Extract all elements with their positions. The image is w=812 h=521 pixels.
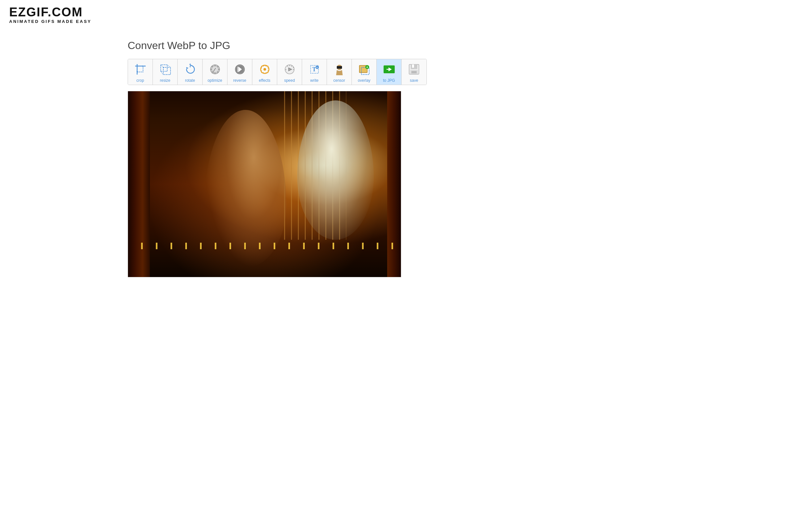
effects-label: effects — [259, 78, 270, 83]
speed-label: speed — [284, 78, 295, 83]
censor-label: censor — [333, 78, 345, 83]
tool-write[interactable]: T + write — [302, 59, 327, 85]
crop-label: crop — [136, 78, 144, 83]
tool-optimize[interactable]: optimize — [203, 59, 227, 85]
logo-sub: ANIMATED GIFS MADE EASY — [9, 19, 803, 24]
svg-marker-12 — [186, 67, 189, 69]
logo-main: EZGIF.COM — [9, 6, 803, 18]
page-title: Convert WebP to JPG — [128, 40, 799, 52]
main-content: Convert WebP to JPG crop — [128, 30, 812, 290]
tool-crop[interactable]: crop — [128, 59, 153, 85]
header: EZGIF.COM ANIMATED GIFS MADE EASY — [0, 0, 812, 30]
save-label: save — [410, 78, 418, 83]
tool-to-jpg[interactable]: to JPG — [377, 59, 401, 85]
tool-overlay[interactable]: + overlay — [352, 59, 377, 85]
svg-point-41 — [289, 69, 290, 70]
svg-rect-47 — [337, 66, 342, 69]
tool-reverse[interactable]: reverse — [227, 59, 253, 85]
tool-censor[interactable]: censor — [327, 59, 352, 85]
toolbar: crop resize — [128, 59, 427, 85]
svg-rect-2 — [137, 66, 143, 72]
overlay-icon: + — [357, 62, 372, 77]
write-icon: T + — [307, 62, 322, 77]
svg-line-11 — [161, 71, 163, 74]
crop-icon — [133, 62, 148, 77]
tool-save[interactable]: save — [401, 59, 426, 85]
rotate-icon — [183, 62, 198, 77]
resize-label: resize — [160, 78, 170, 83]
svg-text:+: + — [316, 66, 318, 69]
overlay-label: overlay — [358, 78, 371, 83]
svg-rect-57 — [412, 64, 414, 68]
svg-point-31 — [263, 68, 266, 71]
rotate-label: rotate — [185, 78, 195, 83]
tojpg-icon — [381, 62, 397, 77]
reverse-icon — [233, 62, 247, 77]
svg-rect-59 — [411, 71, 417, 73]
tool-resize[interactable]: resize — [153, 59, 178, 85]
resize-icon — [158, 62, 173, 77]
censor-icon — [332, 62, 347, 77]
svg-line-9 — [161, 65, 163, 67]
reverse-label: reverse — [233, 78, 246, 83]
svg-marker-13 — [189, 64, 191, 65]
tool-rotate[interactable]: rotate — [178, 59, 203, 85]
tool-effects[interactable]: effects — [253, 59, 277, 85]
optimize-label: optimize — [207, 78, 222, 83]
tojpg-label: to JPG — [383, 78, 395, 83]
optimize-icon — [207, 62, 223, 77]
svg-line-10 — [167, 65, 171, 67]
tool-speed[interactable]: speed — [277, 59, 302, 85]
speed-icon — [282, 62, 297, 77]
preview-image-container — [128, 91, 401, 277]
save-icon — [407, 62, 421, 77]
write-label: write — [310, 78, 319, 83]
preview-image — [128, 91, 401, 277]
svg-text:+: + — [366, 65, 368, 69]
effects-icon — [257, 62, 272, 77]
